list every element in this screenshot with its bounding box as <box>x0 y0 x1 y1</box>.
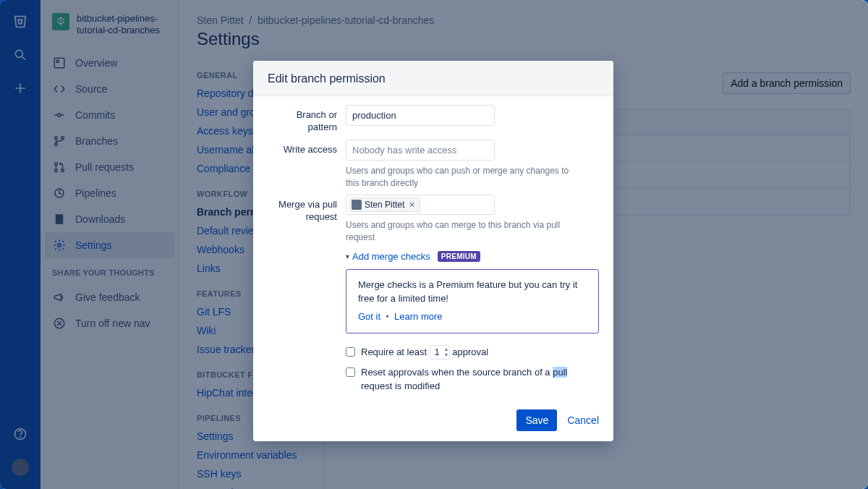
check-require-approvals: Require at least 1▴▾ approval <box>346 342 599 362</box>
modal-title: Edit branch permission <box>253 61 613 96</box>
promo-learn-more-link[interactable]: Learn more <box>394 311 442 322</box>
cancel-button[interactable]: Cancel <box>567 414 599 426</box>
add-merge-checks-toggle[interactable]: ▾ Add merge checks PREMIUM <box>346 251 480 262</box>
merge-pr-help: Users and groups who can merge to this b… <box>346 219 584 244</box>
premium-badge: PREMIUM <box>438 251 480 262</box>
branch-pattern-input[interactable] <box>346 105 495 126</box>
check-reset-approvals: Reset approvals when the source branch o… <box>346 362 599 396</box>
checkbox[interactable] <box>346 347 355 357</box>
write-access-label: Write access <box>268 140 346 190</box>
approval-count-stepper[interactable]: 1▴▾ <box>430 345 450 360</box>
merge-pr-label: Merge via pull request <box>268 195 346 400</box>
merge-pr-input[interactable]: Sten Pittet ✕ <box>346 195 495 215</box>
remove-token-icon[interactable]: ✕ <box>407 200 417 210</box>
user-token: Sten Pittet ✕ <box>349 197 420 212</box>
avatar-icon <box>352 200 362 210</box>
save-button[interactable]: Save <box>516 409 557 431</box>
promo-got-it-link[interactable]: Got it <box>358 311 380 322</box>
edit-branch-permission-modal: Edit branch permission Branch or pattern… <box>253 61 613 441</box>
premium-promo: Merge checks is a Premium feature but yo… <box>346 269 599 333</box>
write-access-input[interactable] <box>346 140 495 161</box>
check-require-tasks: Require all pull request tasks to be res… <box>346 396 599 401</box>
chevron-down-icon: ▾ <box>346 252 349 260</box>
checkbox[interactable] <box>346 367 355 377</box>
branch-pattern-label: Branch or pattern <box>268 105 346 134</box>
write-access-help: Users and groups who can push or merge a… <box>346 165 584 190</box>
